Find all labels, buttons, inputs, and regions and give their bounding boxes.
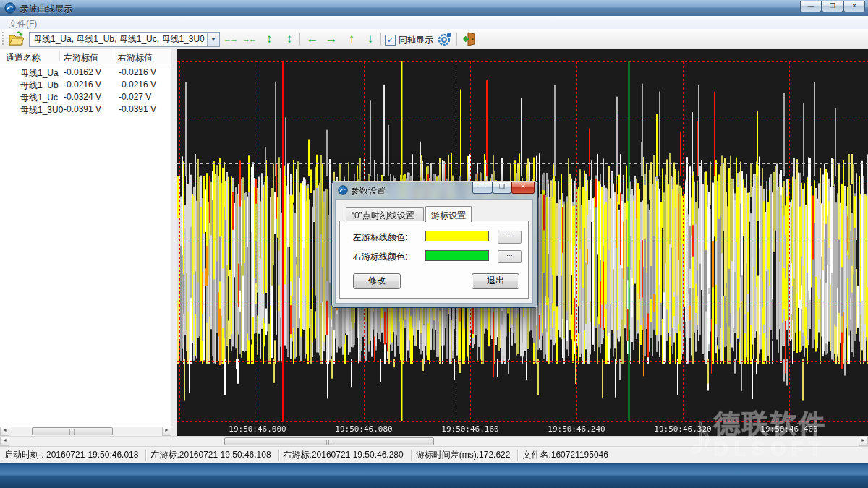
right-cursor-value: -0.0216 V [119,67,156,77]
minimize-button[interactable]: — [800,1,822,12]
close-button[interactable]: ✕ [843,1,865,12]
modify-button[interactable]: 修改 [353,273,401,289]
scroll-right-icon[interactable]: ► [859,437,868,446]
scroll-right-icon[interactable]: ► [162,427,171,436]
cursor-settings-gear-icon[interactable] [437,31,453,47]
scrollbar-thumb[interactable]: ||| [224,437,434,445]
status-item: 右游标:20160721 19:50:46.280 [279,449,411,461]
tab-zero-time-line[interactable]: “0”点时刻线设置 [346,207,424,221]
channel-row[interactable]: 母线1_3U0-0.0391 V-0.0391 V [0,103,171,116]
title-bar: 录波曲线展示 — ❐ ✕ [0,0,868,17]
scroll-left-icon[interactable]: ◄ [0,437,9,446]
dialog-close-button[interactable]: ✕ [511,182,535,194]
expand-horizontal-icon[interactable]: ←→ [221,31,239,47]
panel-horizontal-scrollbar[interactable]: ◄ ||| ► [0,427,171,436]
exit-icon[interactable] [461,31,477,47]
right-cursor-value: -0.0391 V [119,104,156,114]
time-axis-label: 19:50:46.240 [548,424,605,434]
pan-up-icon[interactable]: ↑ [343,31,360,47]
right-cursor-color-label: 右游标线颜色: [353,251,407,263]
status-item: 游标时间差(ms):172.622 [412,449,518,461]
parameter-settings-dialog: 参数设置 — ❐ ✕ “0”点时刻线设置 游标设置 左游标线颜色: ··· 右游… [331,181,538,308]
window-title: 录波曲线展示 [20,3,72,15]
toolbar-separator [456,33,457,46]
open-file-icon[interactable] [8,31,24,47]
right-cursor-value: -0.0216 V [119,80,156,90]
channel-selector[interactable]: 母线1_Ua, 母线1_Ub, 母线1_Uc, 母线1_3U0 ▼ [29,32,220,47]
left-cursor-color-browse-button[interactable]: ··· [498,231,522,244]
chevron-down-icon[interactable]: ▼ [207,33,219,46]
status-item: 文件名:160721195046 [518,449,616,461]
toolbar-grip [2,32,4,46]
expand-vertical-icon[interactable]: ↕ [260,31,278,47]
pan-left-icon[interactable]: ← [304,31,321,47]
tab-cursor-settings[interactable]: 游标设置 [425,206,472,222]
time-axis-label: 19:50:46.160 [441,424,498,434]
col-right-cursor-value[interactable]: 右游标值 [118,52,153,64]
col-left-cursor-value[interactable]: 左游标值 [64,52,98,64]
channel-list-panel: 通道名称 左游标值 右游标值 母线1_Ua-0.0162 V-0.0216 V母… [0,49,172,436]
channel-name: 母线1_Uc [20,92,58,104]
toolbar-separator [299,33,300,46]
shrink-vertical-icon[interactable]: ↕ [281,31,298,47]
panel-splitter[interactable] [171,49,177,436]
watermark-note-icon: ♪ [686,409,714,460]
left-cursor-value: -0.0324 V [64,92,101,102]
time-axis-label: 19:50:46.000 [229,424,286,434]
restore-button[interactable]: ❐ [822,1,843,12]
time-axis-label: 19:50:46.080 [335,424,392,434]
left-cursor-color-label: 左游标线颜色: [353,231,407,244]
application-window: 录波曲线展示 — ❐ ✕ 文件(F) 母线1_Ua, 母线1_Ub, 母线1_U… [0,0,868,488]
right-cursor-value: -0.027 V [119,92,151,102]
col-channel-name[interactable]: 通道名称 [6,52,41,64]
dialog-body: “0”点时刻线设置 游标设置 左游标线颜色: ··· 右游标线颜色: ··· 修… [335,199,533,304]
channel-row[interactable]: 母线1_Ub-0.0216 V-0.0216 V [0,79,171,91]
coaxial-display-label: 同轴显示 [399,34,433,46]
cursor-settings-tab-page: 左游标线颜色: ··· 右游标线颜色: ··· 修改 退出 [339,221,529,299]
scroll-left-icon[interactable]: ◄ [0,427,9,436]
dialog-restore-button[interactable]: ❐ [493,182,511,194]
dialog-icon [338,185,348,195]
checkbox-checked-icon[interactable]: ✓ [385,35,396,46]
menu-bar: 文件(F) [0,16,868,30]
right-cursor-color-swatch [425,250,489,261]
toolbar: 母线1_Ua, 母线1_Ub, 母线1_Uc, 母线1_3U0 ▼ ←→ →← … [0,29,868,50]
vendor-watermark: ♪ 德联软件 DLSOFT [686,409,827,460]
toolbar-separator [433,33,433,46]
shrink-horizontal-icon[interactable]: →← [240,31,258,47]
taskbar: 14 - 画图保信子站平台录波曲线展示参数设置 N 10:38 2016/7/2… [0,463,868,488]
channel-name: 母线1_Ub [20,80,59,92]
channel-name: 母线1_3U0 [20,104,63,116]
scrollbar-thumb[interactable]: ||| [32,427,113,435]
left-cursor-value: -0.0391 V [64,104,101,114]
pan-right-icon[interactable]: → [323,31,340,47]
status-item: 启动时刻 : 20160721-19:50:46.018 [0,449,145,461]
left-cursor-color-swatch [425,231,489,241]
channel-table-header: 通道名称 左游标值 右游标值 [0,49,171,64]
left-cursor-value: -0.0162 V [64,67,101,77]
toolbar-separator [380,33,381,46]
channel-row[interactable]: 母线1_Uc-0.0324 V-0.027 V [0,91,171,103]
right-cursor-color-browse-button[interactable]: ··· [498,250,522,263]
exit-button[interactable]: 退出 [472,273,519,289]
dialog-title: 参数设置 [351,185,386,197]
channel-selector-value: 母线1_Ua, 母线1_Ub, 母线1_Uc, 母线1_3U0 [30,33,207,46]
left-cursor-value: -0.0216 V [64,80,101,90]
app-icon [4,2,16,14]
watermark-en: DLSOFT [714,438,827,460]
dialog-minimize-button[interactable]: — [472,182,493,194]
channel-name: 母线1_Ua [20,67,59,80]
channel-row[interactable]: 母线1_Ua-0.0162 V-0.0216 V [0,67,171,79]
status-item: 左游标:20160721 19:50:46.108 [146,449,278,461]
watermark-cn: 德联软件 [714,409,827,438]
coaxial-display-toggle[interactable]: ✓ 同轴显示 [385,34,433,46]
pan-down-icon[interactable]: ↓ [362,31,379,47]
